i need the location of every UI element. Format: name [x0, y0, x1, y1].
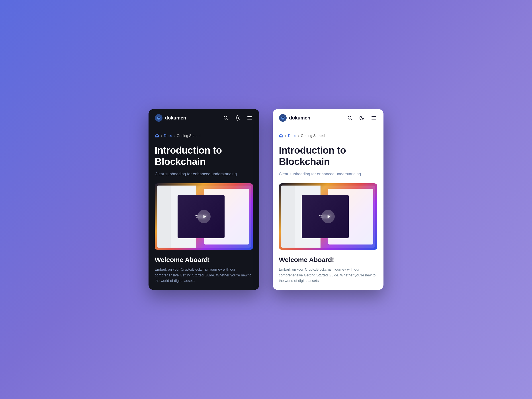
dark-docs-link[interactable]: Docs	[164, 134, 172, 138]
svg-line-19	[351, 119, 352, 120]
dark-sep-2: ›	[174, 134, 175, 138]
dark-menu-button[interactable]	[246, 114, 253, 121]
svg-point-2	[224, 116, 227, 119]
svg-line-7	[236, 116, 236, 116]
dark-search-button[interactable]	[222, 114, 229, 121]
dark-mockup-sidebar	[157, 185, 171, 248]
search-icon	[223, 115, 228, 120]
dark-theme-card: dokumen	[149, 109, 259, 290]
light-theme-card: dokumen	[273, 109, 383, 290]
svg-point-18	[348, 116, 351, 119]
light-theme-button[interactable]	[358, 114, 365, 121]
dark-breadcrumb-current: Getting Started	[177, 134, 201, 138]
svg-line-11	[236, 119, 236, 120]
light-section-body: Embark on your Crypto/Blockchain journey…	[279, 267, 377, 290]
phone-comparison: dokumen	[149, 109, 383, 290]
light-nav-icons	[346, 114, 377, 121]
dark-video-thumbnail[interactable]: Cinematic videomade simple	[155, 183, 253, 250]
light-breadcrumb: › Docs › Getting Started	[279, 133, 377, 139]
dark-video-inner: Cinematic videomade simple	[155, 183, 253, 250]
dark-navbar: dokumen	[149, 109, 259, 127]
light-content: › Docs › Getting Started Introduction to…	[273, 127, 383, 290]
dark-breadcrumb-home[interactable]	[155, 133, 159, 139]
home-icon	[279, 133, 283, 138]
svg-point-17	[282, 117, 284, 118]
light-sep-1: ›	[285, 134, 286, 138]
light-logo-icon	[279, 114, 287, 122]
light-menu-button[interactable]	[370, 114, 377, 121]
dark-logo-icon	[155, 114, 163, 122]
light-logo-text: dokumen	[289, 115, 310, 121]
light-video-inner: Cinematic videomade simple	[279, 183, 377, 250]
sun-icon	[235, 115, 240, 120]
dark-sep-1: ›	[161, 134, 162, 138]
dark-main-title: Introduction to Blockchain	[155, 145, 253, 167]
search-icon	[347, 115, 352, 120]
moon-icon	[359, 115, 364, 120]
dark-logo: dokumen	[155, 114, 186, 122]
dark-theme-button[interactable]	[234, 114, 241, 121]
light-mockup-sidebar	[281, 185, 295, 248]
dark-logo-text: dokumen	[165, 115, 186, 121]
dark-breadcrumb: › Docs › Getting Started	[155, 133, 253, 139]
light-play-button[interactable]	[321, 210, 335, 223]
light-navbar: dokumen	[273, 109, 383, 127]
light-sep-2: ›	[298, 134, 299, 138]
light-logo: dokumen	[279, 114, 310, 122]
home-icon	[155, 133, 159, 138]
dark-section-body: Embark on your Crypto/Blockchain journey…	[155, 267, 253, 290]
light-breadcrumb-home[interactable]	[279, 133, 283, 139]
dark-section-title: Welcome Aboard!	[155, 256, 253, 264]
light-search-button[interactable]	[346, 114, 353, 121]
light-section-title: Welcome Aboard!	[279, 256, 377, 264]
menu-icon	[371, 115, 376, 120]
svg-line-3	[227, 119, 228, 120]
play-icon	[326, 214, 331, 219]
dark-play-button[interactable]	[197, 210, 211, 223]
svg-point-1	[158, 117, 160, 118]
light-video-thumbnail[interactable]: Cinematic videomade simple	[279, 183, 377, 250]
light-breadcrumb-current: Getting Started	[301, 134, 325, 138]
light-main-title: Introduction to Blockchain	[279, 145, 377, 167]
dark-content: › Docs › Getting Started Introduction to…	[149, 127, 259, 290]
svg-point-4	[236, 117, 239, 119]
dark-nav-icons	[222, 114, 253, 121]
light-docs-link[interactable]: Docs	[288, 134, 296, 138]
light-main-subtitle: Clear subheading for enhanced understand…	[279, 171, 377, 177]
menu-icon	[247, 115, 252, 120]
play-icon	[202, 214, 207, 219]
dark-main-subtitle: Clear subheading for enhanced understand…	[155, 171, 253, 177]
